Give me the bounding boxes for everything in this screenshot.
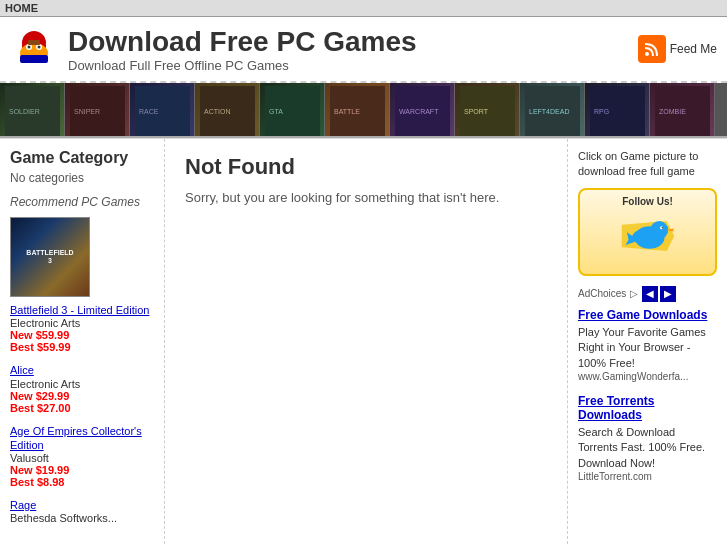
top-nav: HOME bbox=[0, 0, 727, 17]
game-publisher-1: Electronic Arts bbox=[10, 317, 154, 329]
ad-domain-2: LittleTorrent.com bbox=[578, 471, 717, 482]
site-logo bbox=[10, 25, 58, 73]
not-found-message: Sorry, but you are looking for something… bbox=[185, 190, 547, 205]
ad-entry-2: Free Torrents Downloads Search & Downloa… bbox=[578, 394, 717, 482]
click-hint: Click on Game picture to download free f… bbox=[578, 149, 717, 180]
twitter-bird-icon bbox=[618, 211, 678, 261]
svg-rect-8 bbox=[28, 40, 40, 45]
banner-thumb-3[interactable]: RACE bbox=[130, 83, 195, 138]
rss-icon bbox=[643, 40, 661, 58]
svg-text:ACTION: ACTION bbox=[204, 108, 230, 115]
banner-thumb-6[interactable]: BATTLE bbox=[325, 83, 390, 138]
game-price-new-3: New $19.99 bbox=[10, 464, 154, 476]
game-price-best-3: Best $8.98 bbox=[10, 476, 154, 488]
feed-button[interactable]: Feed Me bbox=[638, 35, 717, 63]
ad-prev-button[interactable]: ◀ bbox=[642, 286, 658, 302]
game-publisher-4: Bethesda Softworks... bbox=[10, 512, 154, 524]
ad-link-2[interactable]: Free Torrents Downloads bbox=[578, 394, 717, 422]
ad-domain-1: www.GamingWonderfa... bbox=[578, 371, 717, 382]
svg-point-7 bbox=[38, 46, 41, 49]
game-title-link-2[interactable]: Alice bbox=[10, 363, 154, 377]
banner-thumb-2[interactable]: SNIPER bbox=[65, 83, 130, 138]
recommend-label: Recommend PC Games bbox=[10, 195, 154, 209]
game-entry-4: Rage Bethesda Softworks... bbox=[10, 498, 154, 524]
banner-thumb-7[interactable]: WARCRAFT bbox=[390, 83, 455, 138]
game-entry-1: BATTLEFIELD3 Battlefield 3 - Limited Edi… bbox=[10, 217, 154, 353]
svg-text:RACE: RACE bbox=[139, 108, 159, 115]
svg-text:ZOMBIE: ZOMBIE bbox=[659, 108, 686, 115]
ad-choices-icon: ▷ bbox=[630, 288, 638, 299]
svg-text:SPORT: SPORT bbox=[464, 108, 489, 115]
game-publisher-3: Valusoft bbox=[10, 452, 154, 464]
home-link[interactable]: HOME bbox=[5, 2, 38, 14]
game-title-link-1[interactable]: Battlefield 3 - Limited Edition bbox=[10, 303, 154, 317]
banner-thumb-9[interactable]: LEFT4DEAD bbox=[520, 83, 585, 138]
feed-label[interactable]: Feed Me bbox=[670, 42, 717, 56]
mario-icon bbox=[10, 25, 58, 73]
ad-entry-1: Free Game Downloads Play Your Favorite G… bbox=[578, 308, 717, 382]
game-title-link-4[interactable]: Rage bbox=[10, 498, 154, 512]
svg-point-38 bbox=[661, 227, 663, 229]
header-title: Download Free PC Games Download Full Fre… bbox=[68, 26, 417, 73]
ad-description-1: Play Your Favorite Games Right in Your B… bbox=[578, 325, 717, 371]
svg-point-9 bbox=[645, 52, 649, 56]
main-layout: Game Category No categories Recommend PC… bbox=[0, 138, 727, 544]
ad-next-button[interactable]: ▶ bbox=[660, 286, 676, 302]
game-entry-3: Age Of Empires Collector's Edition Valus… bbox=[10, 424, 154, 489]
banner-thumb-1[interactable]: SOLDIER bbox=[0, 83, 65, 138]
ad-description-2: Search & Download Torrents Fast. 100% Fr… bbox=[578, 425, 717, 471]
svg-point-35 bbox=[650, 221, 668, 239]
game-cover-label-1: BATTLEFIELD3 bbox=[26, 249, 73, 266]
category-title: Game Category bbox=[10, 149, 154, 167]
banner-thumb-4[interactable]: ACTION bbox=[195, 83, 260, 138]
svg-text:BATTLE: BATTLE bbox=[334, 108, 360, 115]
game-cover-1[interactable]: BATTLEFIELD3 bbox=[10, 217, 90, 297]
no-categories: No categories bbox=[10, 171, 154, 185]
game-price-best-2: Best $27.00 bbox=[10, 402, 154, 414]
svg-text:SNIPER: SNIPER bbox=[74, 108, 100, 115]
site-title: Download Free PC Games bbox=[68, 26, 417, 58]
banner-thumb-10[interactable]: RPG bbox=[585, 83, 650, 138]
left-sidebar: Game Category No categories Recommend PC… bbox=[0, 139, 165, 544]
svg-text:SOLDIER: SOLDIER bbox=[9, 108, 40, 115]
game-entry-2: Alice Electronic Arts New $29.99 Best $2… bbox=[10, 363, 154, 413]
header: Download Free PC Games Download Full Fre… bbox=[0, 17, 727, 83]
main-content: Not Found Sorry, but you are looking for… bbox=[165, 139, 567, 544]
svg-text:LEFT4DEAD: LEFT4DEAD bbox=[529, 108, 569, 115]
banner-thumb-5[interactable]: GTA bbox=[260, 83, 325, 138]
svg-text:GTA: GTA bbox=[269, 108, 283, 115]
not-found-title: Not Found bbox=[185, 154, 547, 180]
game-price-best-1: Best $59.99 bbox=[10, 341, 154, 353]
site-subtitle: Download Full Free Offline PC Games bbox=[68, 58, 417, 73]
ad-nav[interactable]: ◀ ▶ bbox=[642, 286, 676, 302]
ad-link-1[interactable]: Free Game Downloads bbox=[578, 308, 717, 322]
follow-text: Follow Us! bbox=[586, 196, 709, 207]
game-banner-strip: SOLDIER SNIPER RACE ACTION GTA BATTLE WA… bbox=[0, 83, 727, 138]
svg-text:WARCRAFT: WARCRAFT bbox=[399, 108, 439, 115]
svg-point-6 bbox=[28, 46, 31, 49]
game-price-new-1: New $59.99 bbox=[10, 329, 154, 341]
game-publisher-2: Electronic Arts bbox=[10, 378, 154, 390]
ad-choices-bar: AdChoices ▷ ◀ ▶ bbox=[578, 286, 717, 302]
twitter-follow-box[interactable]: Follow Us! bbox=[578, 188, 717, 276]
feed-icon bbox=[638, 35, 666, 63]
header-left: Download Free PC Games Download Full Fre… bbox=[10, 25, 417, 73]
right-sidebar: Click on Game picture to download free f… bbox=[567, 139, 727, 544]
banner-thumb-11[interactable]: ZOMBIE bbox=[650, 83, 715, 138]
ad-choices-label: AdChoices bbox=[578, 288, 626, 299]
svg-text:RPG: RPG bbox=[594, 108, 609, 115]
svg-rect-3 bbox=[20, 55, 48, 63]
game-price-new-2: New $29.99 bbox=[10, 390, 154, 402]
banner-thumb-8[interactable]: SPORT bbox=[455, 83, 520, 138]
game-title-link-3[interactable]: Age Of Empires Collector's Edition bbox=[10, 424, 154, 453]
